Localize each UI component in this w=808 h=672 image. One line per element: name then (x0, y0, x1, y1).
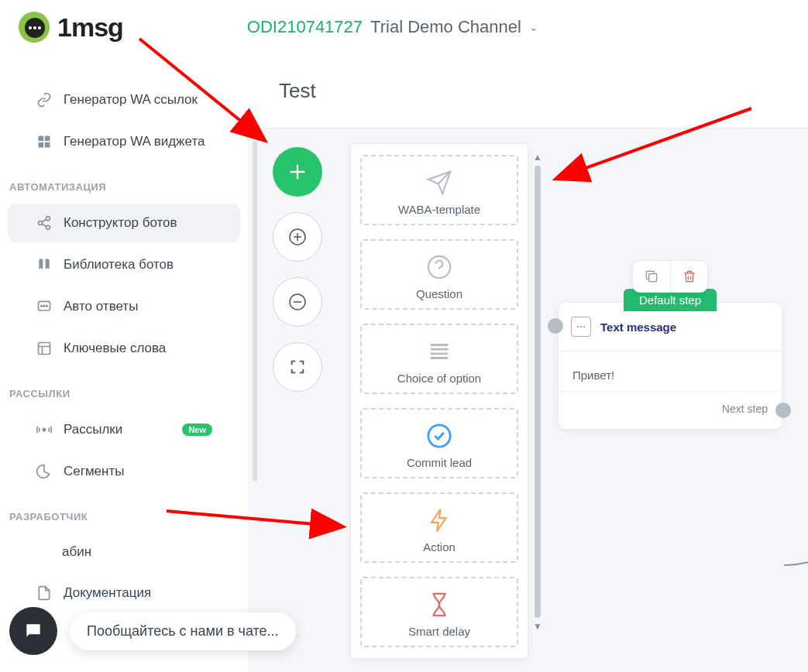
blocks-menu: WABA-template Question Choice of option … (350, 143, 528, 659)
chat-launcher[interactable] (9, 607, 57, 655)
nav-bot-library[interactable]: Библиотека ботов (8, 245, 240, 284)
svg-point-18 (577, 326, 578, 327)
channel-name: Trial Demo Channel (370, 17, 521, 37)
canvas[interactable]: WABA-template Question Choice of option … (248, 132, 808, 672)
logo[interactable]: 1msg (19, 12, 123, 43)
message-icon (36, 298, 53, 315)
nav-label: Генератор WA ссылок (64, 92, 198, 108)
chat-prompt[interactable]: Пообщайтесь с нами в чате... (70, 612, 296, 650)
bolt-icon (368, 506, 511, 534)
block-label: Smart delay (368, 625, 511, 638)
hourglass-icon (368, 591, 511, 619)
block-label: Commit lead (368, 456, 511, 469)
svg-point-12 (43, 428, 45, 430)
next-step-label: Next step (722, 403, 768, 415)
input-port[interactable] (548, 318, 563, 334)
layout-icon (36, 340, 53, 357)
svg-rect-11 (39, 343, 50, 355)
block-waba-template[interactable]: WABA-template (360, 155, 518, 225)
flow-node[interactable]: Default step Text message Привет! Next s… (558, 302, 782, 430)
logo-text: 1msg (57, 12, 123, 43)
nav-segments[interactable]: Сегменты (8, 452, 240, 491)
chat-widget: Пообщайтесь с нами в чате... (9, 607, 296, 655)
svg-rect-1 (45, 136, 50, 142)
text-message-icon (571, 317, 591, 337)
nav-label: Конструктор ботов (64, 215, 177, 231)
broadcast-icon (36, 421, 53, 438)
block-label: Action (368, 540, 511, 554)
block-label: Choice of option (368, 372, 511, 385)
node-toolbar (632, 260, 708, 293)
section-developer: РАЗРАБОТЧИК (0, 494, 248, 530)
svg-point-6 (46, 225, 50, 229)
svg-rect-2 (39, 142, 44, 148)
svg-point-10 (46, 305, 48, 307)
block-question[interactable]: Question (360, 239, 518, 310)
nav-label: Рассылки (64, 422, 122, 437)
new-badge: New (182, 423, 212, 436)
nav-label: Авто ответы (64, 299, 138, 314)
zoom-in-button[interactable] (273, 212, 322, 262)
sidebar: Генератор WA ссылок Генератор WA виджета… (0, 54, 248, 672)
block-label: WABA-template (368, 203, 511, 216)
nav-campaigns[interactable]: Рассылки New (8, 410, 240, 449)
svg-point-9 (43, 305, 45, 307)
topbar: 1msg ODI210741727 Trial Demo Channel ⌄ (0, 0, 808, 54)
block-choice[interactable]: Choice of option (360, 324, 518, 394)
pie-icon (36, 463, 53, 480)
chevron-down-icon: ⌄ (529, 21, 538, 33)
svg-point-16 (428, 425, 450, 447)
svg-point-5 (39, 221, 43, 225)
send-icon (368, 169, 511, 197)
svg-point-20 (583, 326, 584, 327)
page-title: Test (248, 54, 808, 129)
section-automation: АВТОМАТИЗАЦИЯ (0, 164, 248, 201)
zoom-out-button[interactable] (273, 277, 322, 327)
block-commit-lead[interactable]: Commit lead (360, 408, 518, 478)
nav-widget-generator[interactable]: Генератор WA виджета (8, 122, 240, 161)
svg-point-4 (46, 217, 50, 221)
nav-label: Генератор WA виджета (64, 134, 205, 149)
channel-selector[interactable]: ODI210741727 Trial Demo Channel ⌄ (247, 17, 538, 37)
connection-line (782, 434, 808, 573)
nav-label: Документация (64, 585, 151, 601)
block-action[interactable]: Action (360, 492, 518, 563)
block-smart-delay[interactable]: Smart delay (360, 577, 518, 647)
section-campaigns: РАССЫЛКИ (0, 371, 248, 407)
question-icon (368, 253, 511, 281)
nav-bot-constructor[interactable]: Конструктор ботов (8, 204, 240, 242)
check-icon (368, 422, 511, 450)
triangle-down-icon: ▼ (533, 621, 542, 632)
node-body[interactable]: Привет! (559, 351, 782, 392)
nav-cabinet[interactable]: абин (8, 533, 240, 571)
nav-label: Ключевые слова (64, 341, 166, 356)
link-icon (36, 91, 53, 108)
grid-icon (36, 133, 53, 150)
add-button[interactable] (273, 147, 322, 197)
copy-button[interactable] (633, 261, 670, 292)
channel-id: ODI210741727 (247, 17, 363, 37)
toolbar-column (273, 147, 322, 392)
delete-button[interactable] (670, 261, 707, 292)
document-icon (36, 585, 53, 602)
svg-rect-17 (649, 274, 657, 282)
nav-label: Библиотека ботов (64, 257, 174, 273)
nav-auto-replies[interactable]: Авто ответы (8, 287, 240, 326)
nav-label: абин (62, 544, 91, 560)
output-port[interactable] (775, 403, 791, 418)
triangle-up-icon: ▲ (533, 152, 542, 163)
node-footer: Next step (559, 392, 782, 429)
menu-scrollbar[interactable]: ▲ ▼ (535, 152, 541, 632)
nav-link-generator[interactable]: Генератор WA ссылок (8, 81, 240, 119)
block-label: Question (368, 287, 511, 300)
list-icon (368, 338, 511, 365)
svg-rect-3 (45, 142, 50, 148)
book-icon (36, 256, 53, 273)
nav-label: Сегменты (64, 464, 124, 479)
content: Test WABA-template (248, 54, 808, 672)
nav-keywords[interactable]: Ключевые слова (8, 329, 240, 368)
svg-point-8 (41, 305, 43, 307)
svg-rect-0 (39, 136, 44, 142)
svg-point-19 (580, 326, 581, 327)
fullscreen-button[interactable] (273, 342, 322, 392)
